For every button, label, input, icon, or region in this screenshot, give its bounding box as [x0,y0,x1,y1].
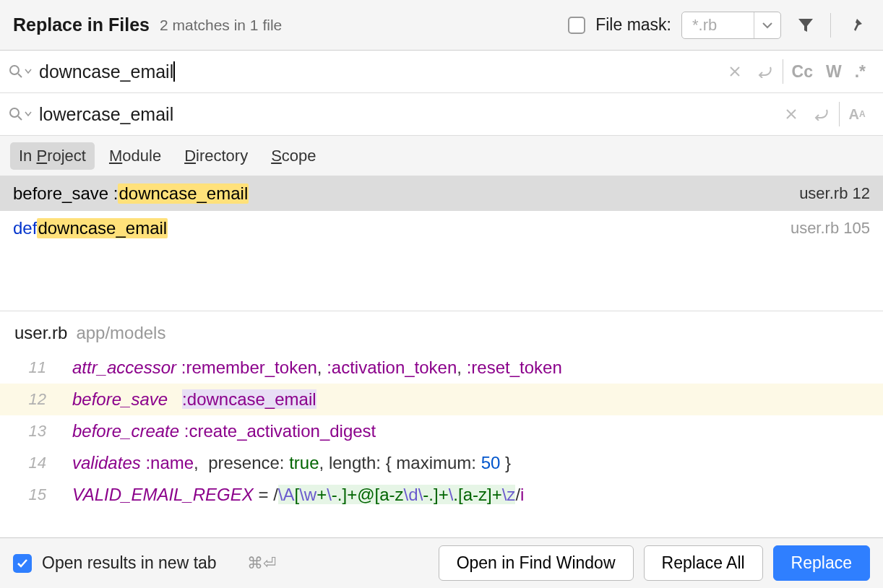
search-icon[interactable] [9,64,32,79]
results-list: before_save :downcase_email user.rb 12 d… [0,176,883,246]
divider [839,102,840,126]
case-sensitive-toggle[interactable]: Cc [788,62,817,82]
divider [783,59,783,84]
file-mask-checkbox[interactable] [568,17,585,34]
preview-filename: user.rb [14,323,67,343]
filter-icon[interactable] [791,17,820,33]
dialog-title: Replace in Files [13,14,150,35]
chevron-down-icon[interactable] [754,22,780,29]
shortcut-hint: ⌘⏎ [247,554,276,573]
svg-point-0 [10,66,19,74]
code-line: 12 before_save :downcase_email [0,384,883,415]
replace-row: lowercase_email AA [0,93,883,136]
search-row: downcase_email Cc W .* [0,51,883,93]
clear-search-icon[interactable] [722,65,748,78]
search-input[interactable]: downcase_email [39,61,722,82]
tab-module[interactable]: Module [100,142,170,170]
scope-tabs: In Project Module Directory Scope [0,136,883,176]
newline-icon[interactable] [752,65,778,78]
footer-bar: Open results in new tab ⌘⏎ Open in Find … [0,537,883,588]
divider [830,13,831,38]
code-line: 13 before_create :create_activation_dige… [0,415,883,447]
code-line: 15 VALID_EMAIL_REGEX = /\A[\w+\-.]+@[a-z… [0,479,883,511]
code-preview[interactable]: 11 attr_accessor :remember_token, :activ… [0,352,883,511]
replace-icon[interactable] [9,107,32,121]
file-mask-value: *.rb [682,12,754,38]
code-line: 11 attr_accessor :remember_token, :activ… [0,352,883,384]
text-cursor [173,61,175,82]
header-bar: Replace in Files 2 matches in 1 file Fil… [0,0,883,51]
svg-line-3 [18,116,22,120]
clear-replace-icon[interactable] [778,108,804,121]
preview-header: user.rb app/models [0,311,883,352]
replace-all-button[interactable]: Replace All [644,545,763,581]
svg-line-1 [18,74,22,77]
code-line: 14 validates :name, presence: true, leng… [0,447,883,479]
file-mask-input[interactable]: *.rb [681,12,781,39]
pin-icon[interactable] [841,17,870,34]
match-count: 2 matches in 1 file [160,17,282,34]
replace-button[interactable]: Replace [773,545,870,581]
open-new-tab-checkbox[interactable] [13,554,32,573]
tab-directory[interactable]: Directory [176,142,257,170]
newline-icon[interactable] [809,108,835,121]
svg-point-2 [10,108,19,117]
regex-toggle[interactable]: .* [850,62,870,82]
preserve-case-icon[interactable]: AA [844,106,870,123]
file-mask-label: File mask: [595,15,671,35]
words-toggle[interactable]: W [822,62,846,82]
open-find-window-button[interactable]: Open in Find Window [439,545,634,581]
tab-project[interactable]: In Project [10,142,95,170]
tab-scope[interactable]: Scope [262,142,324,170]
result-row[interactable]: def downcase_email user.rb 105 [0,211,883,246]
result-row[interactable]: before_save :downcase_email user.rb 12 [0,176,883,211]
replace-input[interactable]: lowercase_email [39,104,778,125]
open-new-tab-label: Open results in new tab [42,553,217,573]
preview-path: app/models [76,323,165,343]
